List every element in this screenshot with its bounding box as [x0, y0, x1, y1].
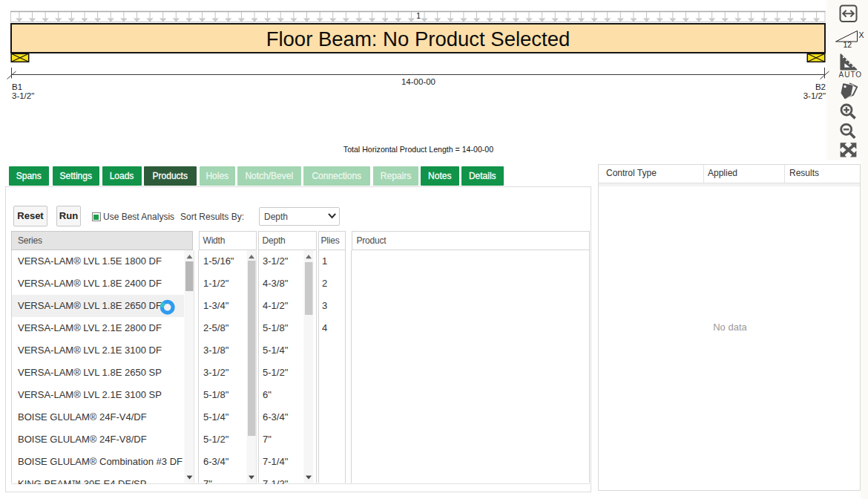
svg-text:AUTO: AUTO: [839, 71, 863, 79]
svg-text:X: X: [859, 30, 864, 39]
svg-text:12: 12: [844, 40, 852, 49]
